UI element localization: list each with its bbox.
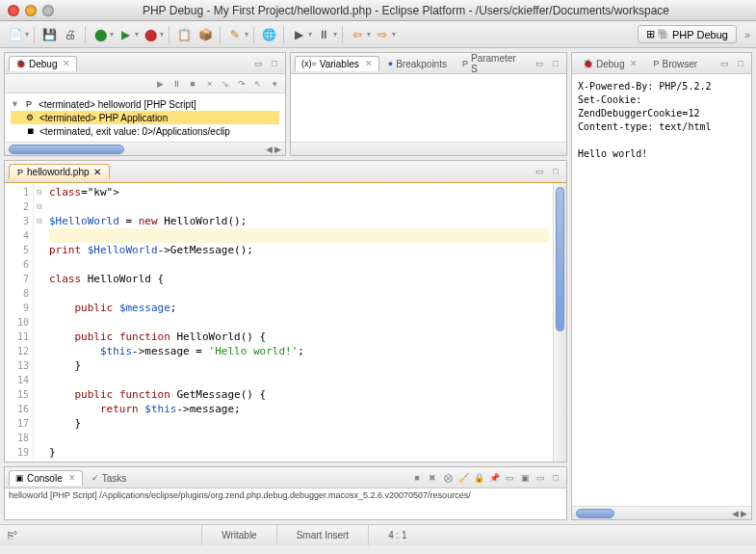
maximize-pane-icon[interactable]: □: [268, 57, 281, 70]
pane-footer: [291, 142, 566, 155]
display-icon[interactable]: ▭: [503, 471, 516, 485]
disclosure-icon[interactable]: ▼: [11, 99, 19, 109]
tab-debug-output[interactable]: 🐞 Debug ✕: [576, 56, 644, 71]
tab-breakpoints[interactable]: ● Breakpoints: [381, 56, 454, 71]
scroll-left-icon[interactable]: ◀: [732, 509, 739, 518]
overflow-icon[interactable]: »: [744, 29, 750, 40]
scroll-left-icon[interactable]: ◀: [266, 145, 273, 154]
editor-tab[interactable]: P helloworld.php ✕: [9, 164, 110, 179]
scrollbar-thumb[interactable]: [9, 145, 124, 154]
print-button[interactable]: 🖨: [61, 25, 80, 44]
remove-all-icon[interactable]: ⨂: [441, 471, 455, 485]
external-button[interactable]: ⬤: [141, 25, 160, 44]
scroll-lock-icon[interactable]: 🔒: [472, 471, 485, 485]
tab-browser[interactable]: P Browser: [646, 56, 704, 71]
tab-tasks[interactable]: ✓ Tasks: [85, 470, 134, 486]
debug-tree[interactable]: ▼ P <terminated> helloworld [PHP Script]…: [5, 93, 285, 142]
close-icon[interactable]: ✕: [63, 59, 70, 68]
forward-button[interactable]: ⇨: [373, 25, 392, 44]
maximize-pane-icon[interactable]: □: [549, 471, 562, 485]
scrollbar-thumb[interactable]: [576, 509, 614, 518]
menu-icon[interactable]: ▾: [268, 77, 281, 91]
console-output[interactable]: helloworld [PHP Script] /Applications/ec…: [5, 488, 566, 519]
process-icon: ⚙: [24, 112, 36, 123]
fold-column[interactable]: ⊟⊟⊟: [34, 183, 45, 462]
maximize-icon[interactable]: [42, 5, 54, 16]
step-return-icon[interactable]: ↖: [251, 77, 265, 91]
dropdown-icon[interactable]: ▾: [160, 30, 164, 39]
maximize-pane-icon[interactable]: □: [549, 165, 562, 178]
browser-button[interactable]: 🌐: [259, 25, 278, 44]
remove-icon[interactable]: ✖: [426, 471, 439, 485]
minimize-pane-icon[interactable]: ▭: [533, 165, 546, 178]
editor-body[interactable]: 12345678910111213141516171819 ⊟⊟⊟ class=…: [5, 182, 566, 462]
dropdown-icon[interactable]: ▾: [308, 30, 312, 39]
main-toolbar: 📄▾ 💾 🖨 ⬤▾ ▶▾ ⬤▾ 📋 📦 ✎▾ 🌐 ▶▾ ⏸▾ ⇦▾ ⇨▾ ⊞ 🐘…: [0, 21, 756, 48]
new-button[interactable]: 📄: [6, 25, 25, 44]
back-button[interactable]: ⇦: [348, 25, 367, 44]
code-area[interactable]: class="kw">$HelloWorld = new HelloWorld(…: [45, 183, 553, 462]
debug-icon: 🐞: [583, 59, 593, 68]
suspend-button[interactable]: ⏸: [314, 25, 333, 44]
dropdown-icon[interactable]: ▾: [333, 30, 337, 39]
dropdown-icon[interactable]: ▾: [25, 30, 29, 39]
resume-button[interactable]: ▶: [289, 25, 308, 44]
tab-variables[interactable]: (x)= Variables ✕: [295, 56, 379, 71]
header-line: Content-type: text/html: [578, 120, 745, 134]
clear-icon[interactable]: 🧹: [456, 471, 470, 485]
perspective-label: PHP Debug: [672, 29, 728, 40]
close-icon[interactable]: ✕: [68, 473, 76, 483]
maximize-pane-icon[interactable]: □: [734, 57, 747, 70]
close-icon[interactable]: ✕: [630, 59, 638, 68]
open-console-icon[interactable]: ▣: [518, 471, 532, 485]
suspend-icon[interactable]: ⏸: [169, 77, 183, 91]
separator: [220, 26, 221, 43]
debug-button[interactable]: ⬤: [91, 25, 110, 44]
tab-debug[interactable]: 🐞 Debug ✕: [9, 56, 77, 71]
minimize-pane-icon[interactable]: ▭: [717, 57, 731, 70]
tab-label: Debug: [29, 59, 57, 69]
minimize-icon[interactable]: [25, 5, 37, 16]
minimize-pane-icon[interactable]: ▭: [533, 57, 546, 70]
pin-icon[interactable]: 📌: [487, 471, 501, 485]
terminate-icon[interactable]: ■: [410, 471, 424, 485]
terminate-icon[interactable]: ■: [186, 77, 199, 91]
scrollbar-horizontal[interactable]: ◀▶: [5, 142, 285, 155]
save-button[interactable]: 💾: [39, 25, 59, 44]
close-icon[interactable]: ✕: [93, 167, 101, 177]
scroll-right-icon[interactable]: ▶: [274, 145, 281, 154]
variables-icon: (x)=: [301, 59, 317, 68]
minimize-pane-icon[interactable]: ▭: [251, 57, 265, 70]
status-writable: Writable: [201, 525, 276, 545]
dropdown-icon[interactable]: ▾: [110, 30, 114, 39]
open-type-button[interactable]: 📦: [196, 25, 215, 44]
header-line: X-Powered-By: PHP/5.2.2: [578, 80, 745, 93]
step-over-icon[interactable]: ↷: [235, 77, 248, 91]
resume-icon[interactable]: ▶: [153, 77, 167, 91]
scroll-right-icon[interactable]: ▶: [741, 509, 747, 518]
close-icon[interactable]: [8, 5, 19, 16]
dropdown-icon[interactable]: ▾: [392, 30, 396, 39]
run-button[interactable]: ▶: [116, 25, 135, 44]
tab-parameters[interactable]: P Parameter S: [456, 50, 531, 76]
close-icon[interactable]: ✕: [365, 59, 373, 68]
perspective-bar[interactable]: ⊞ 🐘 PHP Debug: [638, 25, 737, 43]
tab-console[interactable]: ▣ Console ✕: [9, 470, 83, 486]
dropdown-icon[interactable]: ▾: [245, 30, 248, 39]
scrollbar-vertical[interactable]: [553, 183, 566, 462]
organize-button[interactable]: 📋: [174, 25, 194, 44]
perspective-open-icon[interactable]: ⊞: [646, 28, 655, 40]
dropdown-icon[interactable]: ▾: [135, 30, 139, 39]
tree-row[interactable]: ⚙ <terminated> PHP Application: [11, 111, 279, 124]
step-into-icon[interactable]: ↘: [219, 77, 232, 91]
scrollbar-horizontal[interactable]: ◀▶: [572, 506, 751, 519]
dropdown-icon[interactable]: ▾: [367, 30, 371, 39]
tree-row[interactable]: ▼ P <terminated> helloworld [PHP Script]: [11, 97, 279, 111]
minimize-pane-icon[interactable]: ▭: [534, 471, 547, 485]
separator: [283, 26, 284, 43]
disconnect-icon[interactable]: ⨉: [202, 77, 216, 91]
scrollbar-thumb[interactable]: [556, 187, 564, 331]
maximize-pane-icon[interactable]: □: [549, 57, 562, 70]
tree-row[interactable]: ⏹ <terminated, exit value: 0>/Applicatio…: [11, 124, 279, 138]
search-button[interactable]: ✎: [225, 25, 245, 44]
